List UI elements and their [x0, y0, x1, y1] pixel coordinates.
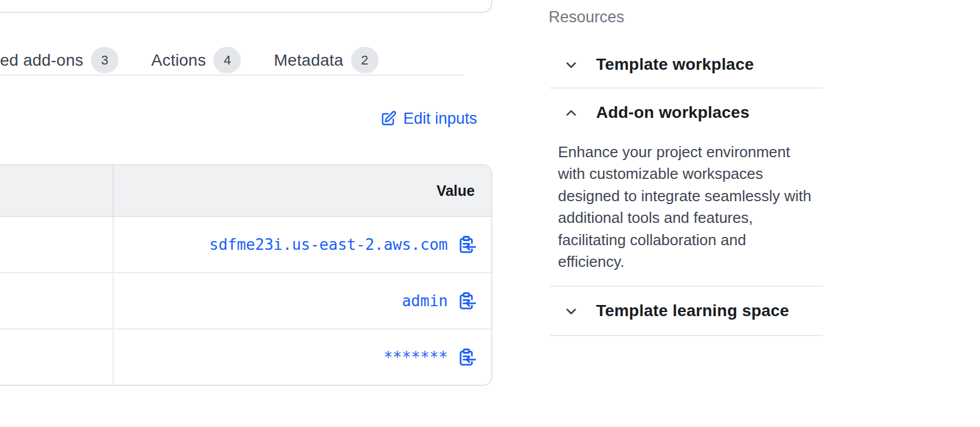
chevron-up-icon [563, 105, 579, 121]
copy-to-clipboard-icon[interactable] [457, 291, 476, 311]
table-row: ******* [0, 328, 491, 385]
tab-installed-add-ons[interactable]: ed add-ons 3 [0, 47, 118, 73]
accordion-label: Template learning space [596, 301, 789, 320]
tab-label: Actions [151, 51, 206, 70]
accordion-label: Add-on workplaces [596, 103, 750, 122]
value-header-label: Value [437, 182, 475, 199]
tab-bar-divider [0, 74, 464, 76]
tab-actions[interactable]: Actions 4 [151, 47, 241, 73]
input-value-username: admin [402, 292, 448, 310]
accordion-add-on-workplaces[interactable]: Add-on workplaces [550, 99, 823, 126]
tab-label: Metadata [274, 51, 343, 70]
section-divider [550, 286, 823, 287]
accordion-template-learning-space[interactable]: Template learning space [550, 297, 823, 324]
tab-count-badge: 4 [213, 47, 241, 73]
edit-inputs-button[interactable]: Edit inputs [380, 110, 477, 128]
table-row: admin [0, 272, 491, 328]
chevron-down-icon [563, 57, 579, 73]
tab-label: ed add-ons [0, 51, 83, 70]
table-header-row: Value [0, 165, 491, 217]
copy-to-clipboard-icon[interactable] [457, 347, 476, 368]
table-body: sdfme23i.us-east-2.aws.com [0, 217, 491, 385]
page: ed add-ons 3 Actions 4 Metadata 2 Edit i… [0, 0, 980, 427]
edit-pencil-icon [380, 110, 397, 127]
value-column-header: Value [114, 165, 491, 216]
input-value-host: sdfme23i.us-east-2.aws.com [209, 236, 448, 253]
add-on-workplaces-description: Enhance your project environment with cu… [558, 141, 845, 273]
section-divider [550, 335, 823, 336]
tab-metadata[interactable]: Metadata 2 [274, 47, 378, 73]
section-divider [550, 87, 823, 89]
tab-bar: ed add-ons 3 Actions 4 Metadata 2 [0, 47, 379, 73]
resources-panel-title: Resources [549, 8, 624, 26]
chevron-down-icon [563, 303, 579, 319]
name-column-header [0, 165, 114, 216]
inputs-table: Value sdfme23i.us-east-2.aws.com [0, 164, 492, 386]
accordion-label: Template workplace [596, 55, 754, 74]
input-value-password-masked: ******* [383, 348, 448, 366]
accordion-template-workplace[interactable]: Template workplace [550, 51, 823, 78]
tab-count-badge: 2 [351, 47, 379, 73]
tab-count-badge: 3 [91, 47, 118, 73]
top-card-edge [0, 0, 492, 13]
copy-to-clipboard-icon[interactable] [457, 235, 476, 255]
table-row: sdfme23i.us-east-2.aws.com [0, 217, 491, 272]
edit-inputs-label: Edit inputs [403, 110, 477, 128]
